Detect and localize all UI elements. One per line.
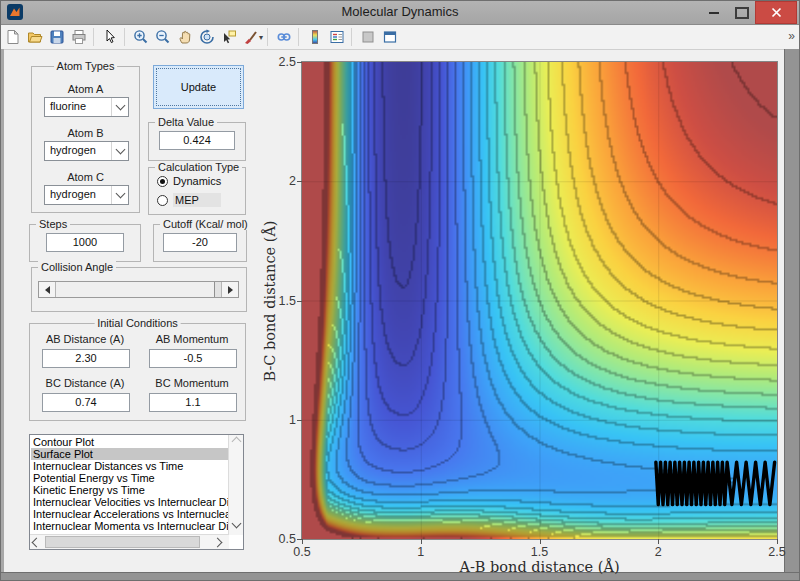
- pan-hand-icon: [177, 29, 193, 45]
- y-tick-mark: [297, 301, 302, 302]
- new-file-button[interactable]: [3, 27, 23, 47]
- bc-momentum-field[interactable]: 1.1: [149, 393, 237, 412]
- insert-colorbar-button[interactable]: [305, 27, 325, 47]
- chevron-down-icon[interactable]: [111, 142, 128, 160]
- steps-panel: Steps 1000: [29, 224, 141, 262]
- list-item[interactable]: Internuclear Velocities vs Internuclear …: [31, 496, 228, 508]
- list-item[interactable]: Contour Plot: [31, 436, 228, 448]
- horizontal-scroll-thumb[interactable]: [45, 536, 200, 548]
- x-tick-mark: [302, 539, 303, 544]
- collision-angle-panel: Collision Angle: [31, 267, 247, 312]
- atom-b-combo[interactable]: hydrogen: [44, 141, 129, 161]
- brush-data-button[interactable]: [241, 27, 261, 47]
- contour-canvas[interactable]: [302, 62, 777, 539]
- atom-a-value: fluorine: [50, 100, 86, 112]
- cutoff-field[interactable]: -20: [163, 233, 237, 252]
- ab-distance-label: AB Distance (A): [35, 333, 135, 345]
- pan-tool-button[interactable]: [175, 27, 195, 47]
- hide-plot-tools-button[interactable]: [358, 27, 378, 47]
- zoom-out-button[interactable]: [153, 27, 173, 47]
- chevron-down-icon[interactable]: [111, 186, 128, 204]
- pointer-tool-button[interactable]: [100, 27, 120, 47]
- toolbar-overflow-chevron[interactable]: »: [788, 29, 795, 43]
- atom-c-label: Atom C: [32, 171, 139, 183]
- list-item[interactable]: Potential Energy vs Time: [31, 472, 228, 484]
- y-tick-mark: [297, 181, 302, 182]
- collision-angle-slider[interactable]: [38, 281, 239, 298]
- atom-a-label: Atom A: [32, 83, 139, 95]
- hide-plot-tools-icon: [360, 29, 376, 45]
- brush-dropdown-caret[interactable]: ▾: [259, 33, 263, 42]
- delta-value-field[interactable]: 0.424: [159, 131, 235, 150]
- atom-a-combo[interactable]: fluorine: [44, 97, 129, 117]
- slider-left-arrow[interactable]: [39, 282, 56, 297]
- minimize-button[interactable]: [703, 1, 725, 24]
- x-tick-label: 1: [417, 545, 424, 559]
- chevron-down-icon[interactable]: [111, 98, 128, 116]
- listbox-items: Contour Plot Surface Plot Internuclear D…: [31, 436, 228, 534]
- initial-conditions-panel: Initial Conditions AB Distance (A) AB Mo…: [29, 323, 246, 421]
- rotate-3d-button[interactable]: [197, 27, 217, 47]
- atom-c-combo[interactable]: hydrogen: [44, 185, 129, 205]
- dock-figure-icon: [382, 29, 398, 45]
- close-button[interactable]: [755, 1, 797, 24]
- focus-rect: [156, 68, 241, 106]
- cutoff-panel: Cutoff (Kcal/ mol) -20: [153, 224, 247, 262]
- data-cursor-icon: [221, 29, 237, 45]
- y-tick-label: 0.5: [279, 532, 296, 546]
- link-icon: [276, 29, 292, 45]
- list-item[interactable]: Internuclear Distances vs Time: [31, 460, 228, 472]
- list-item[interactable]: Internuclear Accelerations vs Internucle…: [31, 508, 228, 520]
- scroll-left-icon[interactable]: [30, 535, 44, 549]
- horizontal-scrollbar[interactable]: [30, 534, 229, 549]
- atom-types-title: Atom Types: [54, 60, 118, 72]
- link-plots-button[interactable]: [274, 27, 294, 47]
- scroll-up-icon[interactable]: [229, 435, 243, 449]
- printer-icon: [71, 29, 87, 45]
- radio-dynamics-label: Dynamics: [173, 175, 221, 187]
- ab-momentum-field[interactable]: -0.5: [149, 349, 237, 368]
- dock-figure-button[interactable]: [380, 27, 400, 47]
- x-tick-mark: [540, 539, 541, 544]
- save-button[interactable]: [47, 27, 67, 47]
- list-item[interactable]: Surface Plot: [31, 448, 228, 460]
- radio-mep[interactable]: MEP: [157, 193, 221, 207]
- x-tick-mark: [421, 539, 422, 544]
- vertical-scrollbar[interactable]: [228, 435, 243, 535]
- x-tick-label: 1.5: [531, 545, 548, 559]
- plot-type-listbox[interactable]: Contour Plot Surface Plot Internuclear D…: [29, 434, 244, 550]
- calculation-type-title: Calculation Type: [155, 161, 242, 173]
- scroll-down-icon[interactable]: [229, 521, 243, 535]
- steps-field[interactable]: 1000: [46, 233, 124, 252]
- y-tick-label: 1.5: [279, 294, 296, 308]
- x-axis-label: A-B bond distance (Å): [302, 559, 777, 575]
- data-cursor-button[interactable]: [219, 27, 239, 47]
- list-item[interactable]: Internuclear Momenta vs Internuclear Dis…: [31, 520, 228, 532]
- zoom-out-icon: [155, 29, 171, 45]
- x-tick-label: 2: [655, 545, 662, 559]
- window-frame-right: [784, 49, 800, 572]
- title-bar[interactable]: Molecular Dynamics: [1, 1, 799, 25]
- maximize-button[interactable]: [731, 1, 753, 24]
- colorbar-icon: [307, 29, 323, 45]
- app-window: Molecular Dynamics ▾ » Ato: [0, 0, 800, 581]
- delta-value-panel: Delta Value 0.424: [148, 122, 246, 161]
- radio-selected-icon: [157, 176, 168, 187]
- bc-distance-field[interactable]: 0.74: [42, 393, 130, 412]
- zoom-in-button[interactable]: [131, 27, 151, 47]
- slider-right-arrow[interactable]: [221, 282, 238, 297]
- open-file-button[interactable]: [25, 27, 45, 47]
- atom-c-value: hydrogen: [50, 188, 96, 200]
- print-button[interactable]: [69, 27, 89, 47]
- y-tick-mark: [297, 420, 302, 421]
- brush-icon: [243, 29, 259, 45]
- insert-legend-button[interactable]: [327, 27, 347, 47]
- update-button[interactable]: Update: [153, 65, 244, 109]
- list-item[interactable]: Kinetic Energy vs Time: [31, 484, 228, 496]
- x-tick-mark: [658, 539, 659, 544]
- x-tick-mark: [777, 539, 778, 544]
- ab-distance-field[interactable]: 2.30: [42, 349, 130, 368]
- bc-momentum-label: BC Momentum: [142, 377, 242, 389]
- scroll-right-icon[interactable]: [215, 535, 229, 549]
- radio-dynamics[interactable]: Dynamics: [157, 175, 221, 187]
